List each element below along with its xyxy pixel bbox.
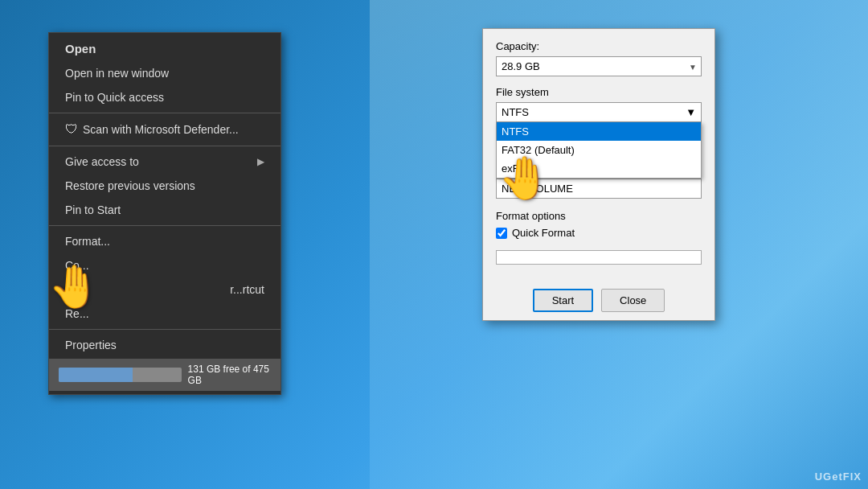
separator-3 [49, 225, 280, 226]
capacity-select[interactable]: 28.9 GB [496, 56, 702, 76]
context-menu-item-pin-start[interactable]: Pin to Start [49, 198, 280, 222]
separator-1 [49, 113, 280, 113]
volume-label-input[interactable] [496, 179, 702, 199]
context-menu-item-rename[interactable]: Re... [49, 302, 280, 326]
dialog-buttons: Start Close [483, 284, 714, 320]
filesystem-field[interactable]: NTFS ▼ [496, 102, 702, 122]
context-menu-item-properties[interactable]: Properties [49, 333, 280, 357]
storage-bar-used [59, 368, 133, 382]
arrow-icon: ▶ [257, 156, 264, 167]
separator-4 [49, 329, 280, 330]
context-menu-item-format[interactable]: Format... [49, 229, 280, 253]
format-progress-bar [496, 250, 702, 265]
separator-2 [49, 146, 280, 146]
format-options-section: Format options Quick Format [496, 210, 702, 239]
capacity-label: Capacity: [496, 40, 702, 52]
context-menu: Open Open in new window Pin to Quick acc… [48, 32, 281, 395]
filesystem-label: File system [496, 86, 702, 98]
filesystem-dropdown[interactable]: NTFS ▼ NTFS FAT32 (Default) exFAT [496, 102, 702, 122]
quick-format-label: Quick Format [512, 227, 575, 239]
context-menu-item-open[interactable]: Open [49, 36, 280, 61]
context-menu-item-give-access[interactable]: Give access to ▶ [49, 150, 280, 174]
context-menu-item-pin-quick-access[interactable]: Pin to Quick access [49, 85, 280, 109]
defender-icon: 🛡 [65, 122, 78, 137]
storage-status-text: 131 GB free of 475 GB [188, 364, 271, 386]
context-menu-item-open-new-window[interactable]: Open in new window [49, 61, 280, 85]
context-menu-status: 131 GB free of 475 GB [49, 359, 280, 391]
watermark: UGetFIX [815, 471, 862, 483]
filesystem-option-fat32[interactable]: FAT32 (Default) [497, 141, 701, 159]
storage-bar [59, 368, 182, 382]
context-menu-item-restore-versions[interactable]: Restore previous versions [49, 174, 280, 198]
start-button[interactable]: Start [533, 289, 593, 312]
filesystem-option-exfat[interactable]: exFAT [497, 159, 701, 178]
filesystem-dropdown-list: NTFS FAT32 (Default) exFAT [496, 122, 702, 179]
close-button[interactable]: Close [601, 289, 665, 312]
dialog-content: Capacity: 28.9 GB ▼ File system NTFS ▼ N… [483, 29, 714, 284]
context-menu-item-copy[interactable]: Co... [49, 253, 280, 277]
quick-format-row: Quick Format [496, 227, 702, 239]
quick-format-checkbox[interactable] [496, 228, 507, 239]
desktop: Open Open in new window Pin to Quick acc… [0, 0, 868, 489]
context-menu-item-scan-defender[interactable]: 🛡 Scan with Microsoft Defender... [49, 117, 280, 142]
filesystem-chevron-icon: ▼ [686, 106, 696, 118]
format-options-title: Format options [496, 210, 702, 222]
capacity-select-wrapper: 28.9 GB ▼ [496, 56, 702, 76]
context-menu-item-create-shortcut[interactable]: Cr...rtcut [49, 277, 280, 302]
filesystem-option-ntfs[interactable]: NTFS [497, 122, 701, 141]
format-dialog: Capacity: 28.9 GB ▼ File system NTFS ▼ N… [482, 28, 715, 321]
